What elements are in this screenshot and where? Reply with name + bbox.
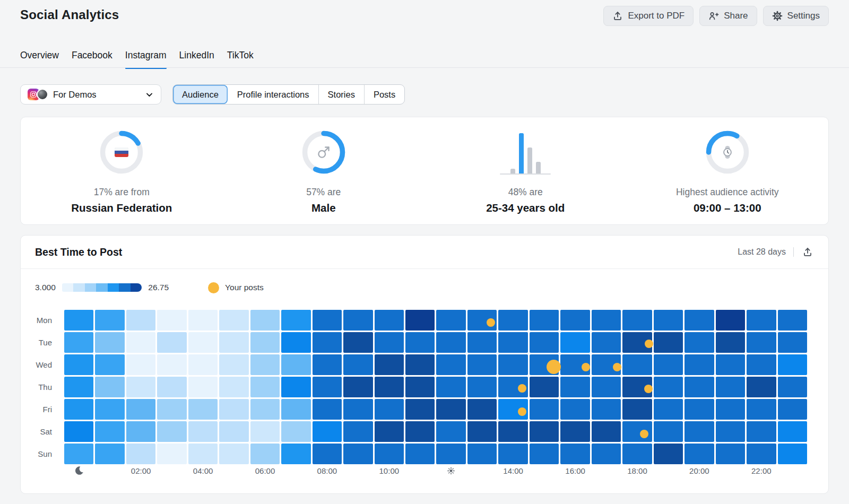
heatmap-cell-sun-6[interactable] — [250, 444, 280, 464]
heatmap-cell-sat-17[interactable] — [592, 421, 621, 442]
heatmap-cell-sat-2[interactable] — [126, 421, 155, 442]
heatmap-cell-wed-17[interactable] — [592, 354, 621, 375]
heatmap-cell-sat-0[interactable] — [64, 421, 93, 442]
heatmap-cell-sat-19[interactable] — [654, 421, 683, 442]
heatmap-cell-mon-4[interactable] — [188, 310, 218, 331]
heatmap-cell-tue-15[interactable] — [530, 332, 559, 353]
heatmap-cell-wed-23[interactable] — [778, 354, 807, 375]
heatmap-cell-fri-1[interactable] — [95, 399, 124, 420]
heatmap-cell-fri-11[interactable] — [405, 399, 435, 420]
heatmap-cell-sat-14[interactable] — [498, 421, 527, 442]
heatmap-cell-sun-8[interactable] — [313, 444, 342, 464]
heatmap-cell-wed-21[interactable] — [716, 354, 745, 375]
heatmap-cell-sat-22[interactable] — [747, 421, 776, 442]
heatmap-cell-sat-11[interactable] — [405, 421, 435, 442]
heatmap-cell-sat-9[interactable] — [343, 421, 372, 442]
heatmap-cell-wed-3[interactable] — [157, 354, 186, 375]
tab-tiktok[interactable]: TikTok — [227, 50, 254, 68]
heatmap-cell-sat-20[interactable] — [685, 421, 714, 442]
heatmap-cell-fri-7[interactable] — [281, 399, 310, 420]
heatmap-cell-wed-22[interactable] — [747, 354, 776, 375]
heatmap-cell-fri-19[interactable] — [654, 399, 683, 420]
heatmap-cell-wed-10[interactable] — [375, 354, 404, 375]
heatmap-cell-mon-17[interactable] — [592, 310, 621, 331]
heatmap-cell-tue-8[interactable] — [313, 332, 342, 353]
heatmap-cell-thu-4[interactable] — [188, 377, 218, 397]
heatmap-cell-wed-14[interactable] — [498, 354, 527, 375]
heatmap-cell-mon-22[interactable] — [747, 310, 776, 331]
heatmap-cell-tue-14[interactable] — [498, 332, 527, 353]
heatmap-cell-mon-0[interactable] — [64, 310, 93, 331]
heatmap-cell-sun-0[interactable] — [64, 444, 93, 464]
heatmap-cell-mon-5[interactable] — [219, 310, 248, 331]
heatmap-cell-fri-9[interactable] — [343, 399, 372, 420]
settings-button[interactable]: Settings — [763, 6, 829, 26]
heatmap-cell-thu-15[interactable] — [530, 377, 559, 397]
heatmap-cell-fri-3[interactable] — [157, 399, 186, 420]
heatmap-cell-tue-11[interactable] — [405, 332, 435, 353]
heatmap-cell-thu-11[interactable] — [405, 377, 435, 397]
heatmap-cell-sun-19[interactable] — [654, 444, 683, 464]
heatmap-cell-tue-1[interactable] — [95, 332, 124, 353]
heatmap-cell-wed-15[interactable] — [530, 354, 559, 375]
heatmap-cell-fri-16[interactable] — [560, 399, 590, 420]
heatmap-cell-mon-14[interactable] — [498, 310, 527, 331]
heatmap-cell-fri-23[interactable] — [778, 399, 807, 420]
heatmap-cell-sat-23[interactable] — [778, 421, 807, 442]
heatmap-cell-tue-22[interactable] — [747, 332, 776, 353]
heatmap-cell-fri-20[interactable] — [685, 399, 714, 420]
heatmap-cell-tue-6[interactable] — [250, 332, 280, 353]
heatmap-cell-thu-12[interactable] — [436, 377, 465, 397]
heatmap-cell-sun-7[interactable] — [281, 444, 310, 464]
heatmap-cell-fri-6[interactable] — [250, 399, 280, 420]
heatmap-cell-sun-17[interactable] — [592, 444, 621, 464]
heatmap-cell-mon-11[interactable] — [405, 310, 435, 331]
heatmap-cell-sun-14[interactable] — [498, 444, 527, 464]
heatmap-cell-mon-7[interactable] — [281, 310, 310, 331]
heatmap-cell-thu-17[interactable] — [592, 377, 621, 397]
heatmap-cell-wed-19[interactable] — [654, 354, 683, 375]
heatmap-cell-thu-2[interactable] — [126, 377, 155, 397]
heatmap-cell-sun-20[interactable] — [685, 444, 714, 464]
heatmap-cell-wed-4[interactable] — [188, 354, 218, 375]
heatmap-cell-wed-6[interactable] — [250, 354, 280, 375]
heatmap-cell-mon-12[interactable] — [436, 310, 465, 331]
heatmap-cell-mon-10[interactable] — [375, 310, 404, 331]
heatmap-cell-thu-21[interactable] — [716, 377, 745, 397]
heatmap-cell-mon-15[interactable] — [530, 310, 559, 331]
heatmap-cell-thu-0[interactable] — [64, 377, 93, 397]
heatmap-cell-fri-10[interactable] — [375, 399, 404, 420]
heatmap-cell-mon-20[interactable] — [685, 310, 714, 331]
heatmap-cell-thu-23[interactable] — [778, 377, 807, 397]
heatmap-cell-wed-18[interactable] — [622, 354, 652, 375]
heatmap-cell-thu-7[interactable] — [281, 377, 310, 397]
heatmap-cell-tue-17[interactable] — [592, 332, 621, 353]
export-pdf-button[interactable]: Export to PDF — [603, 6, 694, 26]
heatmap-cell-fri-18[interactable] — [622, 399, 652, 420]
heatmap-cell-tue-21[interactable] — [716, 332, 745, 353]
heatmap-cell-tue-7[interactable] — [281, 332, 310, 353]
heatmap-cell-thu-6[interactable] — [250, 377, 280, 397]
heatmap-cell-mon-21[interactable] — [716, 310, 745, 331]
heatmap-cell-mon-16[interactable] — [560, 310, 590, 331]
heatmap-cell-tue-23[interactable] — [778, 332, 807, 353]
heatmap-cell-wed-11[interactable] — [405, 354, 435, 375]
heatmap-cell-tue-5[interactable] — [219, 332, 248, 353]
heatmap-cell-tue-18[interactable] — [622, 332, 652, 353]
heatmap-cell-mon-9[interactable] — [343, 310, 372, 331]
heatmap-cell-tue-4[interactable] — [188, 332, 218, 353]
heatmap-cell-wed-8[interactable] — [313, 354, 342, 375]
heatmap-cell-thu-20[interactable] — [685, 377, 714, 397]
heatmap-cell-wed-16[interactable] — [560, 354, 590, 375]
heatmap-cell-sat-8[interactable] — [313, 421, 342, 442]
account-selector[interactable]: For Demos — [20, 84, 161, 105]
heatmap-cell-thu-10[interactable] — [375, 377, 404, 397]
heatmap-cell-sun-13[interactable] — [467, 444, 497, 464]
heatmap-cell-wed-13[interactable] — [467, 354, 497, 375]
heatmap-cell-fri-4[interactable] — [188, 399, 218, 420]
heatmap-cell-sun-15[interactable] — [530, 444, 559, 464]
heatmap-cell-wed-5[interactable] — [219, 354, 248, 375]
heatmap-cell-sat-21[interactable] — [716, 421, 745, 442]
segment-profile-interactions[interactable]: Profile interactions — [228, 85, 318, 104]
heatmap-cell-sat-12[interactable] — [436, 421, 465, 442]
